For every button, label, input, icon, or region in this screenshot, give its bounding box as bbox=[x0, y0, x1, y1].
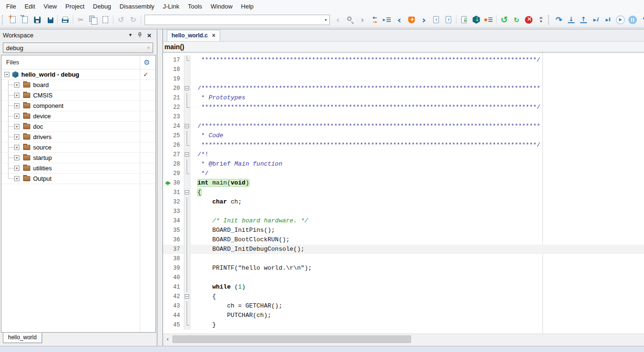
find-next-button[interactable] bbox=[356, 14, 369, 26]
code-line-33[interactable]: 33 bbox=[163, 207, 644, 216]
code-line-20[interactable]: 20−/************************************… bbox=[163, 84, 644, 93]
expand-icon[interactable]: + bbox=[14, 103, 19, 108]
stop-button[interactable] bbox=[523, 14, 535, 26]
print-button[interactable] bbox=[59, 14, 71, 26]
find-previous-button[interactable] bbox=[332, 14, 344, 26]
close-icon[interactable]: × bbox=[212, 32, 215, 39]
tree-item-drivers[interactable]: +drivers bbox=[1, 132, 155, 142]
menu-window[interactable]: Window bbox=[206, 1, 237, 12]
workspace-menu-button[interactable]: ▼ bbox=[126, 31, 135, 39]
toolbar-overflow-button[interactable] bbox=[535, 14, 547, 26]
line-number[interactable]: 38 bbox=[163, 254, 184, 264]
line-number[interactable]: 41 bbox=[163, 282, 184, 292]
line-number[interactable]: 22 bbox=[163, 103, 184, 112]
code-line-40[interactable]: 40 bbox=[163, 273, 644, 282]
code-line-34[interactable]: 34 /* Init board hardware. */ bbox=[163, 216, 644, 226]
code-line-32[interactable]: 32 char ch; bbox=[163, 197, 644, 207]
expand-icon[interactable]: + bbox=[14, 93, 19, 98]
scroll-left-arrow[interactable]: ‹ bbox=[163, 336, 172, 343]
line-number[interactable]: 25 bbox=[163, 131, 184, 141]
tree-item-component[interactable]: +component bbox=[1, 101, 155, 111]
panel-splitter[interactable] bbox=[157, 29, 163, 346]
code-line-35[interactable]: 35 BOARD_InitPins(); bbox=[163, 226, 644, 235]
function-nav-bar[interactable]: main() bbox=[163, 42, 644, 53]
step-over-button[interactable] bbox=[553, 14, 565, 26]
line-number[interactable]: 42 bbox=[163, 292, 184, 301]
expand-icon[interactable]: + bbox=[14, 176, 19, 181]
line-number[interactable]: 28 bbox=[163, 159, 184, 169]
horizontal-scrollbar[interactable]: ‹ bbox=[163, 334, 644, 344]
undo-button[interactable] bbox=[115, 14, 127, 26]
toolbar-grip[interactable] bbox=[2, 15, 5, 25]
gear-icon[interactable]: ⚙ bbox=[144, 58, 150, 67]
expand-icon[interactable]: + bbox=[14, 145, 19, 150]
run-to-cursor-button[interactable] bbox=[602, 14, 614, 26]
code-line-42[interactable]: 42− { bbox=[163, 292, 644, 301]
line-number[interactable]: 24 bbox=[163, 122, 184, 131]
expand-icon[interactable]: + bbox=[14, 134, 19, 140]
tree-item-source[interactable]: +source bbox=[1, 142, 155, 153]
line-number[interactable]: 23 bbox=[163, 112, 184, 122]
cut-button[interactable] bbox=[75, 14, 87, 26]
quick-search-combo[interactable]: ▾ bbox=[145, 15, 330, 25]
menu-help[interactable]: Help bbox=[237, 1, 258, 12]
code-line-19[interactable]: 19 bbox=[163, 74, 644, 84]
next-statement-button[interactable] bbox=[590, 14, 602, 26]
line-number[interactable]: 35 bbox=[163, 226, 184, 235]
search-button[interactable] bbox=[344, 14, 356, 26]
line-number[interactable]: 19 bbox=[163, 74, 184, 84]
navigate-forward-button[interactable] bbox=[442, 14, 455, 26]
tree-item-output[interactable]: +Output bbox=[1, 174, 155, 184]
menu-file[interactable]: File bbox=[2, 1, 20, 12]
break-button[interactable] bbox=[627, 14, 639, 26]
line-number[interactable]: 36 bbox=[163, 235, 184, 245]
live-watch-button[interactable] bbox=[482, 14, 495, 26]
code-line-27[interactable]: 27−/*! bbox=[163, 150, 644, 159]
menu-debug[interactable]: Debug bbox=[89, 1, 115, 12]
quick-search-input[interactable] bbox=[145, 16, 322, 24]
fold-collapse-icon[interactable]: − bbox=[185, 152, 189, 157]
code-line-22[interactable]: 22 *************************************… bbox=[163, 103, 644, 112]
line-number[interactable]: 34 bbox=[163, 216, 184, 226]
code-line-36[interactable]: 36 BOARD_BootClockRUN(); bbox=[163, 235, 644, 245]
code-line-37[interactable]: 37 BOARD_InitDebugConsole(); bbox=[163, 245, 644, 254]
tree-item-utilities[interactable]: +utilities bbox=[1, 163, 155, 174]
expand-icon[interactable]: + bbox=[14, 166, 19, 171]
tree-item-project-root[interactable]: − hello_world - debug ✓ bbox=[1, 70, 155, 80]
save-button[interactable] bbox=[31, 14, 43, 26]
code-line-21[interactable]: 21 * Prototypes bbox=[163, 93, 644, 103]
menu-tools[interactable]: Tools bbox=[183, 1, 206, 12]
code-line-44[interactable]: 44 PUTCHAR(ch); bbox=[163, 311, 644, 320]
code-line-28[interactable]: 28 * @brief Main function bbox=[163, 159, 644, 169]
tree-item-board[interactable]: +board bbox=[1, 80, 155, 90]
fold-collapse-icon[interactable]: − bbox=[185, 86, 189, 90]
stop-debugging-button[interactable] bbox=[639, 14, 644, 26]
scrollbar-thumb[interactable] bbox=[172, 335, 411, 343]
chevron-down-icon[interactable]: ▾ bbox=[322, 18, 329, 22]
navigate-back-button[interactable] bbox=[430, 14, 442, 26]
config-selector[interactable]: debug ˅ bbox=[3, 43, 153, 53]
line-number[interactable]: 43 bbox=[163, 301, 184, 311]
reset-button[interactable] bbox=[498, 14, 510, 26]
menu-disassembly[interactable]: Disassembly bbox=[115, 1, 159, 12]
go-button[interactable] bbox=[614, 14, 627, 26]
workspace-pin-button[interactable] bbox=[135, 31, 145, 39]
line-number[interactable]: 32 bbox=[163, 197, 184, 207]
fold-collapse-icon[interactable]: − bbox=[185, 294, 189, 299]
tree-item-cmsis[interactable]: +CMSIS bbox=[1, 90, 155, 101]
paste-button[interactable] bbox=[99, 14, 112, 26]
line-number[interactable]: 31 bbox=[163, 188, 184, 197]
line-number[interactable]: 26 bbox=[163, 141, 184, 150]
code-line-18[interactable]: 18 bbox=[163, 65, 644, 74]
tree-item-device[interactable]: +device bbox=[1, 111, 155, 122]
code-line-23[interactable]: 23 bbox=[163, 112, 644, 122]
line-number[interactable]: 21 bbox=[163, 93, 184, 103]
toggle-bookmark-button[interactable] bbox=[405, 14, 418, 26]
step-into-button[interactable] bbox=[565, 14, 577, 26]
code-line-43[interactable]: 43 ch = GETCHAR(); bbox=[163, 301, 644, 311]
line-number[interactable]: 33 bbox=[163, 207, 184, 216]
line-number[interactable]: 18 bbox=[163, 65, 184, 74]
line-number[interactable]: 44 bbox=[163, 311, 184, 320]
code-line-17[interactable]: 17 *************************************… bbox=[163, 55, 644, 65]
fold-collapse-icon[interactable]: − bbox=[185, 190, 189, 194]
